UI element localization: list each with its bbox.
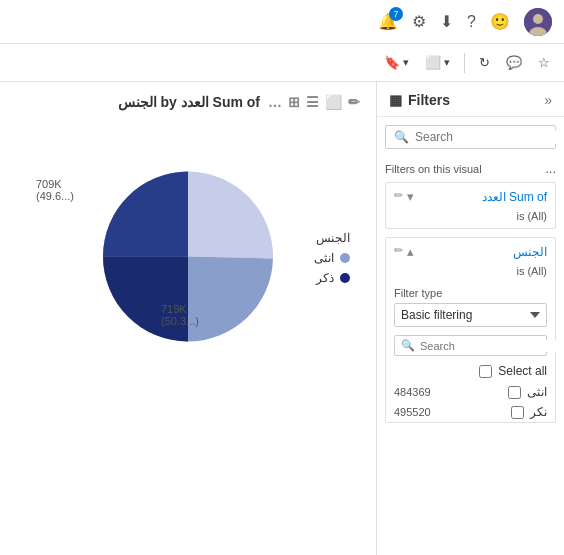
grid-icon[interactable]: ⊞ <box>288 94 300 110</box>
comment-button[interactable]: 💬 <box>500 51 528 74</box>
chart-title-icons: ✏ ⬜ ☰ ⊞ … <box>268 94 360 110</box>
filter-item-2-checkbox[interactable] <box>511 406 524 419</box>
help-icon[interactable]: ? <box>467 13 476 31</box>
select-all-label: Select all <box>498 364 547 378</box>
legend-label-female: انثى <box>314 251 334 265</box>
filter-type-section: Filter type Basic filtering Advanced fil… <box>386 283 555 331</box>
filter-inner-search-input[interactable] <box>420 340 558 352</box>
filters-title: ▦ Filters <box>389 92 450 108</box>
label-719k: 719K (50.3...) <box>161 303 199 327</box>
legend-label-male: ذكر <box>316 271 334 285</box>
filters-search-box[interactable]: 🔍 <box>385 125 556 149</box>
filter-item-1-left: انثى <box>508 385 547 399</box>
label-709k: 709K (49.6...) <box>36 178 74 202</box>
more-icon[interactable]: … <box>268 94 282 110</box>
filter-card-1-title: Sum of العدد <box>482 190 547 204</box>
filter-item-row-2: نكر 495520 <box>386 402 555 422</box>
legend-title: الجنس <box>314 231 350 245</box>
filter-item-1-label: انثى <box>527 385 547 399</box>
chart-title-text: Sum of العدد by الجنس <box>118 94 260 110</box>
legend-item-female: انثى <box>314 251 350 265</box>
filter-card-1-eraser[interactable]: ✏ <box>394 189 403 204</box>
bell-button[interactable]: 🔔 7 <box>378 12 398 31</box>
emoji-icon[interactable]: 🙂 <box>490 12 510 31</box>
bookmark-button[interactable]: 🔖 ▾ <box>378 51 415 74</box>
legend-item-male: ذكر <box>314 271 350 285</box>
list-icon[interactable]: ☰ <box>306 94 319 110</box>
filter-card-2-header: الجنس ▴ ✏ <box>386 238 555 265</box>
settings-icon[interactable]: ⚙ <box>412 12 426 31</box>
filters-expand-icon[interactable]: » <box>544 92 552 108</box>
filters-title-text: Filters <box>408 92 450 108</box>
secondary-bar: 🔖 ▾ ⬜ ▾ ↻ 💬 ☆ <box>0 44 564 82</box>
select-all-row: Select all <box>386 360 555 382</box>
filter-card-2-eraser[interactable]: ✏ <box>394 244 403 259</box>
filter-card-2-icons: ▴ ✏ <box>394 244 414 259</box>
chart-panel: ✏ ⬜ ☰ ⊞ … Sum of العدد by الجنس <box>0 82 376 555</box>
filter-item-1-count: 484369 <box>394 386 431 398</box>
filter-card-1-sub: is (All) <box>386 210 555 228</box>
chart-title: ✏ ⬜ ☰ ⊞ … Sum of العدد by الجنس <box>16 94 360 110</box>
chart-legend: الجنس انثى ذكر <box>314 231 350 285</box>
avatar[interactable] <box>524 8 552 36</box>
filter-card-2-chevron[interactable]: ▴ <box>407 244 414 259</box>
filter-card-1: Sum of العدد ▾ ✏ is (All) <box>385 182 556 229</box>
legend-dot-male <box>340 273 350 283</box>
filter-card-2-sub: is (All) <box>386 265 555 283</box>
chart-area: 709K (49.6...) 719K (50.3...) الجنس انثى… <box>16 118 360 398</box>
download-icon[interactable]: ⬇ <box>440 12 453 31</box>
filter-item-2-left: نكر <box>511 405 547 419</box>
filters-panel: ▦ Filters » 🔍 Filters on this visual ...… <box>376 82 564 555</box>
filter-search-icon: 🔍 <box>401 339 415 352</box>
select-all-checkbox[interactable] <box>479 365 492 378</box>
filter-type-label: Filter type <box>394 287 547 299</box>
refresh-button[interactable]: ↻ <box>473 51 496 74</box>
filters-search-input[interactable] <box>415 130 564 144</box>
frame-button[interactable]: ⬜ ▾ <box>419 51 456 74</box>
filter-card-1-icons: ▾ ✏ <box>394 189 414 204</box>
filter-item-2-label: نكر <box>530 405 547 419</box>
legend-dot-female <box>340 253 350 263</box>
search-icon: 🔍 <box>394 130 409 144</box>
filter-card-1-header: Sum of العدد ▾ ✏ <box>386 183 555 210</box>
edit-icon[interactable]: ✏ <box>348 94 360 110</box>
filter-type-select[interactable]: Basic filtering Advanced filtering Top N <box>394 303 547 327</box>
filter-icon: ▦ <box>389 92 402 108</box>
divider <box>464 53 465 73</box>
filter-item-row-1: انثى 484369 <box>386 382 555 402</box>
filter-item-1-checkbox[interactable] <box>508 386 521 399</box>
expand-icon[interactable]: ⬜ <box>325 94 342 110</box>
svg-point-1 <box>533 14 543 24</box>
filter-inner-search-box[interactable]: 🔍 <box>394 335 547 356</box>
filters-section-label: Filters on this visual <box>385 163 482 175</box>
filter-item-2-count: 495520 <box>394 406 431 418</box>
filter-card-2-title: الجنس <box>513 245 547 259</box>
star-button[interactable]: ☆ <box>532 51 556 74</box>
main-area: ✏ ⬜ ☰ ⊞ … Sum of العدد by الجنس <box>0 82 564 555</box>
filters-section-more[interactable]: ... <box>545 161 556 176</box>
filters-header: ▦ Filters » <box>377 82 564 117</box>
filter-card-1-chevron[interactable]: ▾ <box>407 189 414 204</box>
filter-card-2: الجنس ▴ ✏ is (All) Filter type Basic fil… <box>385 237 556 423</box>
notification-badge: 7 <box>389 7 403 21</box>
top-bar: 🔔 7 ⚙ ⬇ ? 🙂 <box>0 0 564 44</box>
